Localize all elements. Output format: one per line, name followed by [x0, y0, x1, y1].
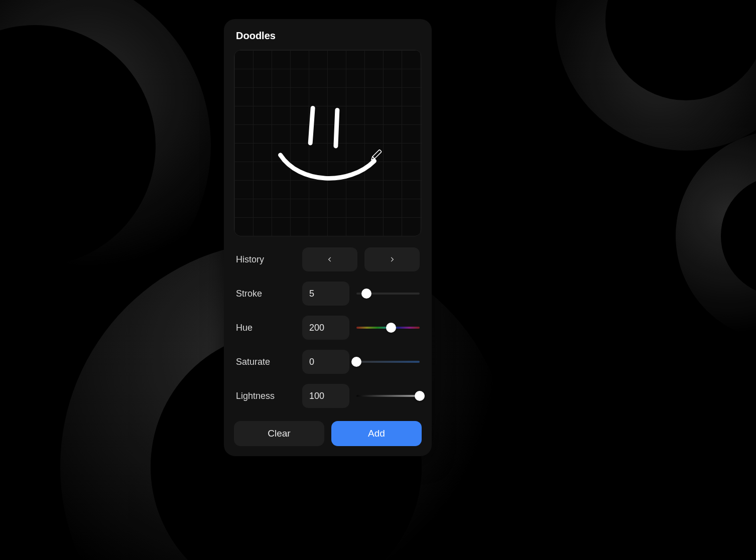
svg-rect-0 [372, 150, 382, 159]
stroke-row: Stroke [236, 282, 420, 306]
background-torus [0, 0, 211, 321]
hue-input[interactable] [302, 316, 349, 340]
pencil-icon [370, 150, 382, 161]
controls-section: History Stroke Hue [234, 247, 422, 408]
stroke-input[interactable] [302, 282, 349, 306]
lightness-row: Lightness [236, 384, 420, 408]
stroke-slider[interactable] [356, 289, 420, 299]
background-torus [555, 0, 756, 151]
hue-slider-thumb[interactable] [386, 323, 396, 333]
saturate-row: Saturate [236, 350, 420, 374]
saturate-input[interactable] [302, 350, 349, 374]
hue-slider[interactable] [356, 323, 420, 333]
hue-label: Hue [236, 323, 295, 333]
lightness-slider-thumb[interactable] [415, 391, 425, 401]
footer-buttons: Clear Add [234, 421, 422, 446]
add-button[interactable]: Add [331, 421, 422, 446]
background-torus [676, 130, 756, 341]
history-label: History [236, 254, 295, 265]
lightness-input[interactable] [302, 384, 349, 408]
doodles-panel: Doodles History [224, 19, 432, 456]
saturate-slider[interactable] [356, 357, 420, 367]
chevron-left-icon [326, 256, 333, 263]
lightness-slider[interactable] [356, 391, 420, 401]
history-prev-button[interactable] [302, 247, 357, 271]
history-next-button[interactable] [364, 247, 420, 271]
stroke-slider-thumb[interactable] [361, 289, 371, 299]
history-row: History [236, 247, 420, 271]
panel-title: Doodles [234, 30, 422, 42]
chevron-right-icon [389, 256, 396, 263]
doodle-smiley [234, 50, 421, 236]
saturate-slider-thumb[interactable] [351, 357, 361, 367]
clear-button[interactable]: Clear [234, 421, 324, 446]
saturate-label: Saturate [236, 357, 295, 367]
hue-row: Hue [236, 316, 420, 340]
stroke-label: Stroke [236, 289, 295, 299]
drawing-canvas[interactable] [234, 50, 422, 236]
lightness-label: Lightness [236, 391, 295, 401]
